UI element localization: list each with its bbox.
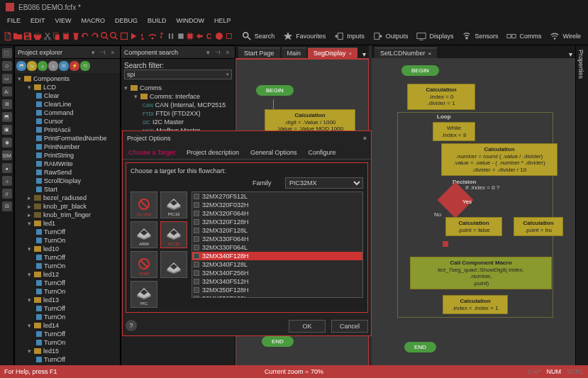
panel-close-icon[interactable]: ×	[223, 48, 232, 57]
tree-folder[interactable]: ▾ led13	[16, 296, 118, 304]
ok-button[interactable]: OK	[289, 320, 326, 333]
tree-item[interactable]: FTDI FTDI (FTD2XX)	[123, 109, 233, 118]
delete-icon[interactable]	[71, 29, 80, 43]
panel-pin-icon[interactable]: ⊣	[99, 48, 107, 57]
target-list[interactable]: 32MX270F512L32MX320F032H32MX320F064H32MX…	[192, 191, 363, 298]
tree-folder[interactable]: ▸ knob_ptr_black	[16, 202, 118, 211]
tabs-dropdown-icon[interactable]: ▾	[569, 50, 572, 58]
tree-item[interactable]: PrintString	[16, 151, 118, 160]
tree-item[interactable]: TurnOn	[16, 287, 118, 296]
target-item[interactable]: 32MX340F128H	[192, 252, 362, 260]
tree-item[interactable]: TurnOff	[16, 279, 118, 287]
tree-item[interactable]: TurnOff	[16, 304, 118, 313]
tree-folder[interactable]: ▾ LCD	[16, 83, 118, 91]
menu-macro[interactable]: MACRO	[77, 16, 110, 26]
target-item[interactable]: 32MX270F512L	[192, 192, 362, 201]
menu-file[interactable]: FILE	[3, 16, 25, 26]
target-item[interactable]: 32MX350F128H	[192, 286, 362, 294]
target-item[interactable]: 32MX340F128L	[192, 260, 362, 269]
target-item[interactable]: 32MX330F064H	[192, 235, 362, 243]
explorer-mini-icon[interactable]: fx	[27, 61, 37, 71]
step-over-icon[interactable]	[148, 29, 157, 43]
sideicon[interactable]: ▭	[2, 74, 12, 84]
begin-node[interactable]: BEGIN	[256, 85, 294, 96]
chip-icon[interactable]	[224, 29, 234, 43]
tree-item[interactable]: TurnOn	[16, 313, 118, 321]
tree-folder[interactable]: ▾ led1	[16, 219, 118, 228]
family-select[interactable]: PIC32MX	[285, 177, 363, 189]
tree-folder[interactable]: ▾ led14	[16, 321, 118, 330]
tree-item[interactable]: TurnOn	[16, 338, 118, 347]
tree-item[interactable]: ClearLine	[16, 100, 118, 109]
explorer-tree[interactable]: ▾ Components▾ LCD Clear ClearLine Comman…	[15, 73, 120, 366]
menu-build[interactable]: BUILD	[143, 16, 171, 26]
tree-folder[interactable]: ▸ knob_trim_finger	[16, 211, 118, 219]
macro-node[interactable]: Call Component Macroled_7seg_quad::ShowD…	[410, 257, 552, 289]
target-item[interactable]: 32MX330F064L	[192, 243, 362, 252]
chip-option[interactable]: ARM	[131, 221, 157, 248]
target-item[interactable]: 32MX320F128L	[192, 226, 362, 235]
dlg-tab-general[interactable]: General Options	[245, 147, 303, 158]
chip-option[interactable]	[160, 251, 187, 278]
tab-main[interactable]: Main	[282, 48, 307, 58]
target-item[interactable]: 32MX320F128H	[192, 218, 362, 226]
sideicon[interactable]: ▣	[2, 125, 12, 135]
zoomin-icon[interactable]	[100, 29, 109, 43]
sideicon[interactable]: ⊟	[2, 201, 12, 211]
loop-cond[interactable]: While .index < 8	[433, 122, 475, 141]
explorer-mini-icon[interactable]: ⚡	[70, 61, 79, 71]
copy-icon[interactable]	[52, 29, 61, 43]
tree-item[interactable]: TurnOff	[16, 228, 118, 236]
compile-arrow-icon[interactable]	[195, 29, 204, 43]
tree-folder[interactable]: ▾ Comms: Interface	[123, 92, 233, 101]
dlg-tab-target[interactable]: Choose a Target	[123, 147, 181, 158]
target-item[interactable]: 32MX340F512H	[192, 277, 362, 286]
tree-item[interactable]: TurnOff	[16, 355, 118, 364]
zoomfit-icon[interactable]	[119, 29, 128, 43]
properties-label[interactable]: Properties	[576, 45, 586, 83]
menu-view[interactable]: VIEW	[51, 16, 76, 26]
tree-folder[interactable]: ▸ bezel_radiused	[16, 194, 118, 202]
tree-item[interactable]: TurnOn	[16, 236, 118, 245]
panel-close-icon[interactable]: ×	[109, 48, 117, 57]
tree-item[interactable]: Clear	[16, 91, 118, 100]
toolbar-inputs[interactable]: Inputs	[330, 31, 369, 41]
undo-icon[interactable]	[80, 29, 90, 43]
run-icon[interactable]	[128, 29, 138, 43]
toolbar-outputs[interactable]: Outputs	[369, 31, 413, 41]
tree-item[interactable]: PrintNumber	[16, 143, 118, 151]
explorer-mini-icon[interactable]: ⟲	[80, 61, 90, 71]
dlg-tab-desc[interactable]: Project description	[181, 147, 245, 158]
explorer-mini-icon[interactable]: x	[48, 61, 58, 71]
tree-item[interactable]: Command	[16, 109, 118, 117]
paste-icon[interactable]	[62, 29, 71, 43]
redo-icon[interactable]	[90, 29, 100, 43]
toolbar-displays[interactable]: Displays	[412, 31, 457, 41]
dialog-close-icon[interactable]: ×	[363, 135, 367, 142]
calc-pf[interactable]: Calculation.point = false	[445, 217, 502, 236]
menu-edit[interactable]: EDIT	[26, 16, 50, 26]
chip-option[interactable]: XNW	[131, 251, 157, 278]
chip-option[interactable]: PIC	[131, 281, 157, 308]
breakpoint-icon[interactable]	[215, 29, 224, 43]
panel-pin-icon[interactable]: ⊣	[213, 48, 222, 57]
calc-inc[interactable]: Calculation.index = .index + 1	[443, 295, 508, 314]
menu-debug[interactable]: DEBUG	[111, 16, 142, 26]
tree-folder[interactable]: ▾ led15	[16, 347, 118, 355]
tab-setlcdnumber[interactable]: SetLCDNumber×	[375, 48, 437, 58]
search-input[interactable]	[124, 70, 232, 79]
tree-folder[interactable]: ▾ led12	[16, 270, 118, 279]
sideicon[interactable]: ⟐	[2, 176, 12, 186]
menu-help[interactable]: HELP	[210, 16, 235, 26]
begin-node[interactable]: BEGIN	[401, 65, 439, 76]
toolbar-search[interactable]: Search	[238, 31, 279, 41]
panel-dropdown-icon[interactable]: ▾	[204, 48, 212, 57]
end-node[interactable]: END	[262, 336, 294, 347]
sideicon[interactable]: ●	[2, 163, 12, 173]
tree-item[interactable]: PrintAscii	[16, 126, 118, 134]
calc-div[interactable]: Calculation.number = round ( .value / .d…	[441, 143, 558, 176]
calc-pt[interactable]: Calculation.point = tru	[514, 217, 563, 236]
tree-item[interactable]: PrintFormattedNumbe	[16, 134, 118, 143]
explorer-mini-icon[interactable]: ⬒	[16, 61, 26, 71]
menu-window[interactable]: WINDOW	[172, 16, 209, 26]
